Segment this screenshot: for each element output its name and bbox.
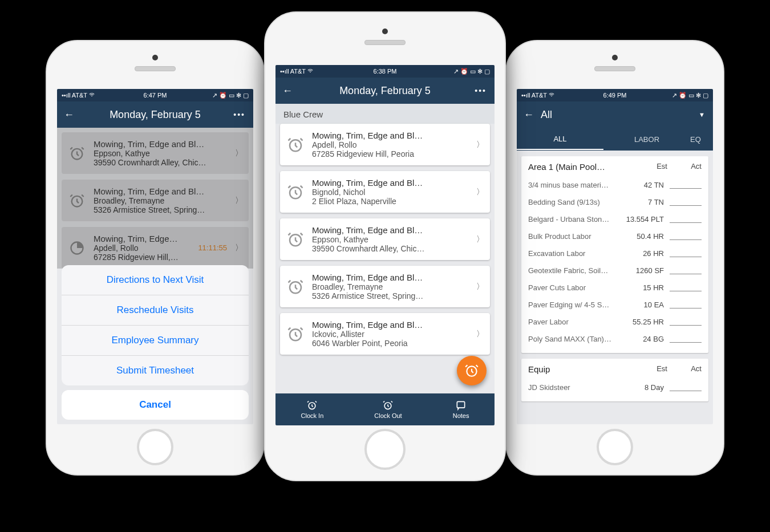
job-card[interactable]: Mowing, Trim, Edge and Bl…Ickovic, Allis… (280, 313, 490, 355)
item-act-input[interactable] (670, 250, 702, 257)
bottombar-clockout[interactable]: Clock Out (374, 400, 402, 419)
estimate-row[interactable]: Geotextile Fabric, Soil…1260 SF (528, 262, 702, 279)
action-sheet: Directions to Next Visit Reschedule Visi… (62, 265, 249, 420)
header-title: Monday, February 5 (339, 85, 431, 97)
group-area1: Area 1 (Main Pool… Est Act 3/4 minus bas… (521, 156, 708, 353)
camera-dot (152, 55, 158, 60)
estimate-row[interactable]: 3/4 minus base materi…42 TN (528, 176, 702, 193)
tab-labor[interactable]: LABOR (603, 129, 690, 149)
estimate-row[interactable]: Paver Cuts Labor15 HR (528, 279, 702, 296)
item-act-input[interactable] (670, 384, 702, 391)
item-name: Poly Sand MAXX (Tan)… (528, 335, 622, 343)
tab-equipment[interactable]: EQ (690, 129, 713, 149)
estimate-row[interactable]: Belgard - Urbana Ston…13.554 PLT (528, 210, 702, 228)
item-act-input[interactable] (670, 284, 702, 291)
job-address: 6046 Warbler Point, Peoria (312, 339, 469, 348)
item-act-input[interactable] (670, 181, 702, 189)
item-name: Paver Edging w/ 4-5 S… (528, 300, 622, 309)
back-icon[interactable]: ← (64, 109, 74, 121)
alarm-icon (382, 400, 394, 411)
item-est: 55.25 HR (622, 318, 664, 326)
estimate-row[interactable]: Poly Sand MAXX (Tan)…24 BG (528, 330, 702, 347)
dropdown-caret-icon[interactable]: ▼ (699, 111, 705, 118)
modal-scrim[interactable] (57, 128, 253, 269)
estimate-row[interactable]: Excavation Labor26 HR (528, 245, 702, 262)
bottombar-notes[interactable]: Notes (453, 400, 469, 419)
estimates-scroll[interactable]: Area 1 (Main Pool… Est Act 3/4 minus bas… (517, 151, 713, 407)
chevron-right-icon: 〉 (476, 234, 485, 245)
item-act-input[interactable] (670, 301, 702, 308)
sheet-submit-timesheet[interactable]: Submit Timesheet (62, 356, 249, 385)
item-act-input[interactable] (670, 216, 702, 223)
fab-clock[interactable] (457, 356, 487, 385)
estimate-row[interactable]: Paver Edging w/ 4-5 S…10 EA (528, 296, 702, 313)
status-indicators: ↗ ⏰ ▭ ✻ ▢ (453, 68, 490, 75)
item-est: 10 EA (622, 300, 664, 309)
item-name: Excavation Labor (528, 249, 622, 258)
item-est: 42 TN (622, 181, 664, 189)
item-act-input[interactable] (670, 198, 702, 206)
estimate-row[interactable]: JD Skidsteer8 Day (528, 379, 702, 396)
carrier-label: AT&T (72, 92, 87, 99)
item-est: 50.4 HR (622, 232, 664, 241)
alarm-icon (286, 278, 305, 295)
sheet-reschedule[interactable]: Reschedule Visits (62, 295, 249, 326)
job-card[interactable]: Mowing, Trim, Edge and Bl…Bignold, Nicho… (280, 171, 490, 213)
item-act-input[interactable] (670, 267, 702, 274)
col-act: Act (667, 364, 702, 374)
estimate-row[interactable]: Paver Labor55.25 HR (528, 313, 702, 330)
crew-section-label: Blue Crew (275, 104, 495, 124)
notes-icon (455, 400, 467, 411)
item-act-input[interactable] (670, 318, 702, 326)
job-address: 39590 Crownhardt Alley, Chic… (312, 244, 469, 253)
alarm-icon (286, 184, 305, 201)
job-card[interactable]: Mowing, Trim, Edge and Bl…Eppson, Kathye… (280, 218, 490, 260)
group-equip: Equip Est Act JD Skidsteer8 Day (521, 359, 708, 401)
job-address: 2 Eliot Plaza, Naperville (312, 197, 469, 206)
item-name: Paver Labor (528, 318, 622, 326)
job-customer: Apdell, Rollo (312, 140, 469, 149)
item-est: 24 BG (622, 335, 664, 343)
estimate-row[interactable]: Bedding Sand (9/13s)7 TN (528, 193, 702, 210)
item-name: 3/4 minus base materi… (528, 181, 622, 189)
item-act-input[interactable] (670, 233, 702, 240)
chevron-right-icon: 〉 (476, 282, 485, 292)
alarm-icon (286, 136, 305, 153)
estimate-row[interactable]: Bulk Product Labor50.4 HR (528, 228, 702, 245)
job-title: Mowing, Trim, Edge and Bl… (312, 273, 469, 282)
group-title: Area 1 (Main Pool… (528, 162, 633, 172)
carrier-label: AT&T (532, 92, 547, 99)
back-icon[interactable]: ← (282, 85, 293, 97)
alarm-icon (286, 326, 305, 343)
item-name: Belgard - Urbana Ston… (528, 215, 622, 224)
phone-estimates: ••ıll AT&T 6:49 PM ↗ ⏰ ▭ ✻ ▢ ← All ▼ ALL… (505, 40, 724, 476)
tab-all[interactable]: ALL (517, 129, 603, 150)
job-list[interactable]: Mowing, Trim, Edge and Bl…Apdell, Rollo6… (275, 124, 495, 355)
chevron-right-icon: 〉 (476, 187, 485, 197)
back-icon[interactable]: ← (524, 109, 534, 121)
job-customer: Bignold, Nichol (312, 188, 469, 197)
more-icon[interactable]: ••• (475, 86, 487, 95)
more-icon[interactable]: ••• (233, 110, 245, 119)
item-name: JD Skidsteer (528, 383, 622, 392)
header-title: Monday, February 5 (110, 109, 201, 121)
home-button[interactable] (597, 429, 633, 465)
sheet-employee-summary[interactable]: Employee Summary (62, 326, 249, 356)
sheet-directions[interactable]: Directions to Next Visit (62, 265, 249, 295)
job-card[interactable]: Mowing, Trim, Edge and Bl…Apdell, Rollo6… (280, 124, 490, 165)
home-button[interactable] (364, 429, 406, 470)
wifi-icon (307, 68, 314, 74)
home-button[interactable] (137, 429, 173, 465)
item-est: 8 Day (622, 383, 664, 392)
job-card[interactable]: Mowing, Trim, Edge and Bl…Broadley, Trem… (280, 266, 490, 307)
header-title: All (541, 109, 552, 121)
signal-icon: ••ıll (280, 68, 289, 75)
chevron-right-icon: 〉 (476, 329, 485, 339)
phone-hardware-top (47, 55, 264, 71)
bottombar-notes-label: Notes (453, 412, 469, 419)
item-act-input[interactable] (670, 335, 702, 343)
bottombar-clockin[interactable]: Clock In (301, 400, 324, 419)
camera-dot (382, 29, 388, 34)
sheet-cancel[interactable]: Cancel (62, 390, 249, 420)
tab-bar: ALL LABOR EQ (517, 128, 713, 151)
